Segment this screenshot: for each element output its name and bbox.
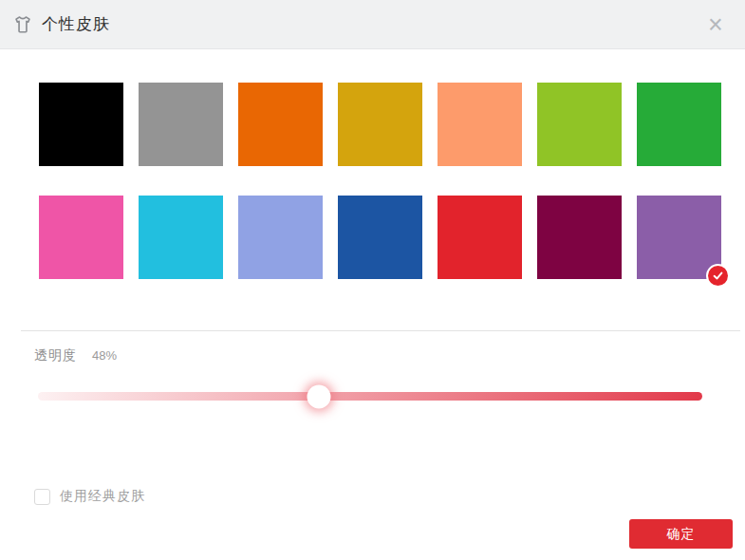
dialog-header: 个性皮肤 × [0,0,745,49]
transparency-value: 48% [92,348,117,363]
confirm-button[interactable]: 确定 [629,519,733,549]
transparency-label: 透明度 [34,347,77,364]
transparency-slider-handle[interactable] [307,384,331,408]
color-swatch-6[interactable] [637,83,721,166]
color-swatch-10[interactable] [338,196,422,279]
dialog-title: 个性皮肤 [42,13,110,35]
color-swatch-4[interactable] [438,83,522,166]
color-swatch-3[interactable] [338,83,422,166]
color-swatch-13[interactable] [637,196,721,279]
close-icon[interactable]: × [696,0,736,49]
transparency-row: 透明度 48% [34,347,117,364]
tshirt-icon [12,14,33,35]
color-swatch-9[interactable] [238,196,323,279]
divider [21,330,740,331]
color-swatch-1[interactable] [139,83,223,166]
color-swatch-5[interactable] [537,83,622,166]
color-grid [39,83,721,279]
skin-dialog: 个性皮肤 × 透明度 48% 使用经典皮肤 确定 [0,0,745,560]
color-swatch-2[interactable] [238,83,323,166]
classic-skin-label: 使用经典皮肤 [60,488,145,505]
color-swatch-7[interactable] [39,196,123,279]
color-swatch-12[interactable] [537,196,622,279]
transparency-slider-track[interactable] [38,392,702,401]
classic-skin-option[interactable]: 使用经典皮肤 [34,488,145,505]
color-swatch-8[interactable] [139,196,223,279]
color-swatch-0[interactable] [39,83,123,166]
color-swatch-11[interactable] [438,196,522,279]
selected-check-icon [708,266,728,286]
classic-skin-checkbox[interactable] [34,489,50,505]
